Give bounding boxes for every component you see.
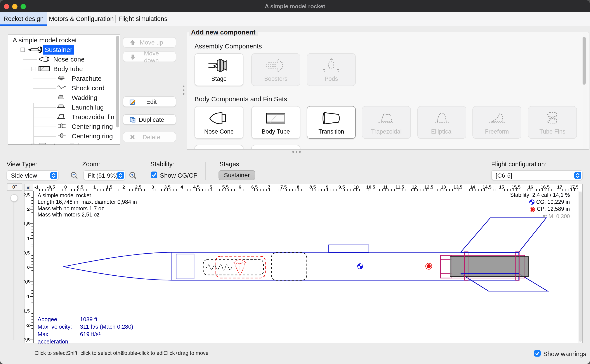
window-titlebar[interactable]: A simple model rocket [0,0,590,12]
tree-item-shock-cord[interactable]: Shock cord [8,83,104,93]
main-tabbar: Rocket design Motors & Configuration Fli… [0,12,590,26]
add-card-transition[interactable]: Transition [307,106,356,139]
tree-item-nose-cone[interactable]: Nose cone [8,55,85,64]
move-down-button[interactable]: Move down [123,52,176,62]
status-hint: Double-click to edit [121,350,165,356]
section-label: Assembly Components [194,42,262,50]
tree-item-parachute[interactable]: Parachute [8,74,102,83]
add-component-title: Add new component [189,28,258,36]
stability-info: Stability: 2,4 cal / 14,1 % CG: 10,229 i… [510,192,570,220]
add-card-stage[interactable]: Stage [194,53,243,86]
centeringring-icon [57,123,66,129]
add-card-partial[interactable] [194,145,243,150]
stage-toggle-sustainer[interactable]: Sustainer [219,170,255,180]
splitter-handle-vertical[interactable] [183,85,184,97]
show-warnings-checkbox[interactable] [534,350,541,357]
tree-item-launch-lug[interactable]: Launch lug [8,103,104,112]
add-card-freeform: Freeform [472,106,521,139]
chevron-updown-icon [117,172,124,179]
stability-value: Stability: 2,4 cal / 14,1 % [510,192,570,199]
tree-item-centering-ring[interactable]: Centering ring [8,122,113,131]
view-type-select[interactable]: Side view [7,170,59,180]
flight-stat-row: Max. velocity:311 ft/s (Mach 0,280) [38,323,133,330]
zoom-select[interactable]: Fit (51,9%) [83,170,125,180]
status-hint: Shift+click to select other [67,350,125,356]
flight-configuration-select[interactable]: [C6-5] [491,170,583,180]
figure-scrollbar[interactable] [578,191,582,343]
cg-value: CG: 10,229 in [536,199,570,206]
rocket-figure-panel[interactable]: in -1-0,500,511,522,533,544,555,566,577,… [24,184,583,343]
tubefins-icon [528,110,577,127]
add-card-elliptical: Elliptical [417,106,466,139]
tree-item-wadding[interactable]: Wadding [8,93,97,103]
status-hint: Click+drag to move [163,350,208,356]
tree-expand-toggle[interactable] [20,48,25,52]
finset-icon [57,113,65,119]
tree-item-centering-ring[interactable]: Centering ring [8,131,113,141]
duplicate-button[interactable]: Duplicate [123,114,176,125]
horizontal-ruler: -1-0,500,511,522,533,544,555,566,577,588… [33,184,578,191]
bodytube-icon [38,65,50,72]
rotation-slider[interactable] [13,194,14,340]
tree-item-trapezoidal-fin-set[interactable]: Trapezoidal fin set [8,112,120,122]
add-card-nose-cone[interactable]: Nose Cone [194,106,243,139]
rotation-slider-knob[interactable] [10,194,18,202]
flight-configuration-label: Flight configuration: [491,161,547,168]
splitter-handle-horizontal[interactable] [292,151,301,153]
rocket-info-line: A simple model rocket [38,193,137,199]
cg-marker [357,264,363,269]
rocket-info-line: Mass with motors 2,51 oz [38,212,137,218]
status-hint: Click to select [34,350,67,356]
tree-item-body-tube[interactable]: Body tube [8,64,83,74]
add-panel-scrollbar[interactable] [583,33,587,149]
show-cgcp-checkbox[interactable] [151,171,157,178]
elliptical-icon [418,110,466,127]
tab-flight-simulations[interactable]: Flight simulations [115,12,170,26]
move-up-button[interactable]: Move up [123,37,176,48]
mach-note: at M=0,300 [510,213,570,220]
delete-button[interactable]: Delete [123,132,176,142]
nosecone-icon [38,56,50,62]
tab-rocket-design[interactable]: Rocket design [0,12,47,26]
add-card-tube-fins: Tube Fins [528,106,577,139]
pods-icon [307,57,355,74]
arrow-down-icon [129,53,136,60]
tree-expand-toggle[interactable] [31,67,35,71]
stages-label: Stages: [219,161,241,168]
edit-button[interactable]: Edit [123,97,176,107]
launchlug-icon [57,104,65,108]
shockcord-icon [57,85,66,90]
window-title: A simple model rocket [0,3,590,10]
component-tree[interactable]: A simple model rocketSustainerNose coneB… [8,34,120,145]
add-card-trapezoidal: Trapezoidal [362,106,411,139]
rocket-info-line: Length 16,748 in, max. diameter 0,984 in [38,199,137,206]
freeform-icon [473,110,521,127]
tab-motors-configuration[interactable]: Motors & Configuration [48,12,115,26]
zoom-in-button[interactable] [128,171,137,180]
zoom-out-button[interactable] [70,171,79,180]
wadding-icon [57,94,64,100]
nosecone-lg-icon [195,110,243,127]
cg-icon [529,200,535,205]
centeringring-icon [57,133,66,138]
tree-root[interactable]: A simple model rocket [13,35,77,45]
tree-item-inner-tube[interactable]: Inner Tube [8,141,85,145]
ruler-unit-box: in [25,184,33,191]
show-warnings-label: Show warnings [543,351,586,358]
flight-stat-row: Max. acceleration:619 ft/s² [38,330,133,345]
add-card-boosters: Boosters [251,53,300,86]
tree-scrollbar[interactable] [116,36,119,127]
tree-item-sustainer[interactable]: Sustainer [8,45,74,55]
bodytube-lg-icon [252,110,300,127]
transition-icon [307,110,355,127]
rotation-angle-field[interactable]: 0° [7,183,22,191]
add-card-partial[interactable] [251,145,300,150]
openrocket-window: A simple model rocket Rocket design Moto… [0,0,590,364]
rocket-info-line: Mass with no motors 1,7 oz [38,205,137,212]
add-component-panel: Assembly Components Stage Boosters PodsB… [187,32,589,150]
add-card-body-tube[interactable]: Body Tube [251,106,300,139]
add-card-pods: Pods [307,53,356,86]
section-label: Body Components and Fin Sets [194,95,287,103]
tree-expand-toggle[interactable] [31,143,35,145]
cp-marker [426,263,432,269]
